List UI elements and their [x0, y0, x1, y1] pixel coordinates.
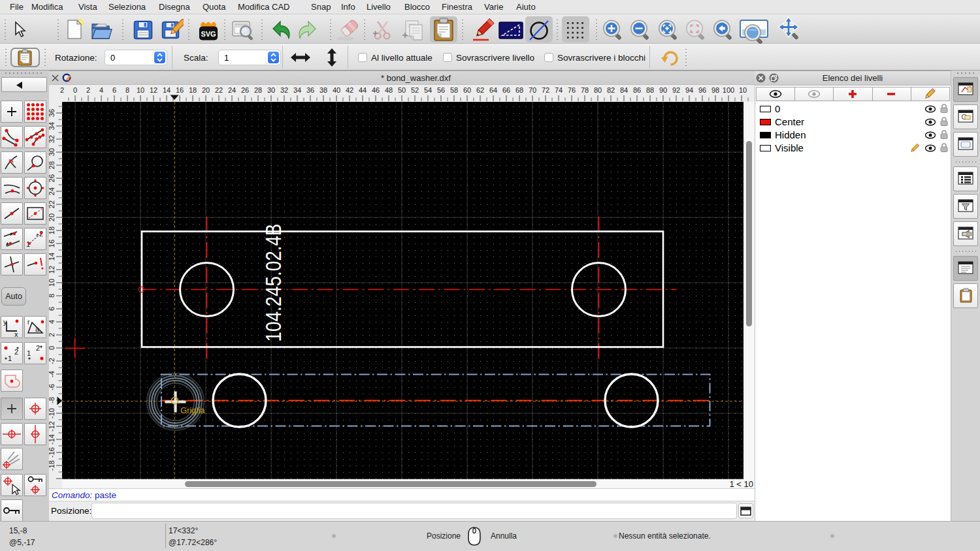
svg-text:6: 6	[112, 86, 116, 94]
svg-text:2: 2	[86, 86, 90, 94]
svg-text:10: 10	[137, 86, 144, 94]
svg-text:30: 30	[49, 148, 56, 156]
svg-text:SVG: SVG	[201, 30, 216, 38]
svg-text:22: 22	[49, 200, 56, 208]
svg-text:y: y	[3, 318, 7, 326]
svg-text:26: 26	[49, 174, 56, 182]
svg-text:44: 44	[359, 86, 367, 94]
svg-text:8: 8	[125, 86, 129, 94]
svg-text:40: 40	[333, 86, 340, 94]
svg-text:84: 84	[620, 86, 628, 94]
svg-text:26: 26	[241, 86, 249, 94]
svg-text:14: 14	[49, 253, 56, 260]
svg-text:18: 18	[189, 86, 197, 94]
svg-text:2: 2	[49, 333, 56, 337]
svg-text:76: 76	[568, 86, 576, 94]
svg-text:30: 30	[267, 86, 275, 94]
svg-text:42: 42	[346, 86, 353, 94]
svg-text:64: 64	[489, 86, 497, 94]
svg-text:r: r	[27, 319, 30, 326]
svg-text:22: 22	[215, 86, 223, 94]
svg-text:74: 74	[555, 86, 563, 94]
svg-text:4: 4	[49, 320, 56, 324]
svg-text:36: 36	[306, 86, 314, 94]
svg-text:58: 58	[450, 86, 458, 94]
svg-text:68: 68	[515, 86, 523, 94]
svg-text:-10: -10	[49, 408, 56, 418]
svg-text:-18: -18	[49, 460, 56, 471]
svg-text:36: 36	[49, 109, 56, 117]
svg-text:54: 54	[424, 86, 432, 94]
svg-text:Griglia: Griglia	[180, 405, 205, 415]
svg-text:70: 70	[529, 86, 536, 94]
svg-text:66: 66	[502, 86, 510, 94]
svg-text:18: 18	[49, 227, 56, 234]
svg-text:62: 62	[476, 86, 484, 94]
svg-text:50: 50	[398, 86, 406, 94]
svg-text:-6: -6	[49, 384, 56, 390]
svg-text:-12: -12	[49, 421, 56, 432]
svg-text:12: 12	[150, 86, 157, 94]
svg-text:48: 48	[385, 86, 393, 94]
svg-text:10: 10	[739, 86, 747, 94]
svg-text:4: 4	[99, 86, 103, 94]
svg-text:98: 98	[711, 86, 719, 94]
svg-text:32: 32	[49, 135, 56, 143]
svg-text:94: 94	[685, 86, 693, 94]
svg-text:104.245.02.4B: 104.245.02.4B	[261, 224, 286, 342]
svg-text:2: 2	[36, 344, 40, 352]
svg-text:-16: -16	[49, 447, 56, 458]
svg-text:90: 90	[659, 86, 667, 94]
svg-text:20: 20	[49, 213, 56, 221]
svg-text:78: 78	[581, 86, 589, 94]
svg-text:28: 28	[254, 86, 262, 94]
svg-text:56: 56	[437, 86, 445, 94]
svg-text:16: 16	[176, 86, 184, 94]
svg-text:46: 46	[372, 86, 380, 94]
svg-text:86: 86	[633, 86, 641, 94]
svg-text:a: a	[35, 325, 40, 333]
svg-text:20: 20	[202, 86, 210, 94]
svg-text:0: 0	[49, 346, 56, 350]
svg-text:2: 2	[14, 348, 18, 356]
svg-text:88: 88	[646, 86, 654, 94]
svg-text:82: 82	[607, 86, 615, 94]
svg-text:96: 96	[698, 86, 706, 94]
svg-text:24: 24	[228, 86, 236, 94]
svg-text:28: 28	[49, 161, 56, 169]
svg-text:16: 16	[49, 240, 56, 247]
svg-text:32: 32	[280, 86, 288, 94]
svg-text:-14: -14	[49, 434, 56, 445]
svg-text:1: 1	[27, 349, 31, 357]
svg-text:x: x	[14, 330, 18, 338]
svg-text:92: 92	[672, 86, 680, 94]
svg-text:2: 2	[60, 86, 64, 94]
svg-text:38: 38	[319, 86, 327, 94]
svg-text:24: 24	[49, 187, 56, 195]
svg-text:34: 34	[293, 86, 301, 94]
svg-text:34: 34	[49, 122, 56, 130]
svg-text:-4: -4	[49, 371, 56, 377]
svg-text:-2: -2	[49, 358, 56, 364]
svg-text:14: 14	[163, 86, 171, 94]
svg-text:100: 100	[723, 86, 734, 94]
svg-text:1: 1	[8, 354, 12, 362]
svg-text:0: 0	[73, 86, 77, 94]
svg-text:60: 60	[463, 86, 471, 94]
svg-text:80: 80	[594, 86, 602, 94]
svg-text:8: 8	[49, 294, 56, 298]
svg-text:10: 10	[49, 279, 56, 287]
svg-text:72: 72	[542, 86, 549, 94]
svg-text:12: 12	[49, 266, 56, 274]
svg-text:-8: -8	[49, 397, 56, 403]
svg-text:52: 52	[411, 86, 419, 94]
svg-text:6: 6	[49, 307, 56, 311]
